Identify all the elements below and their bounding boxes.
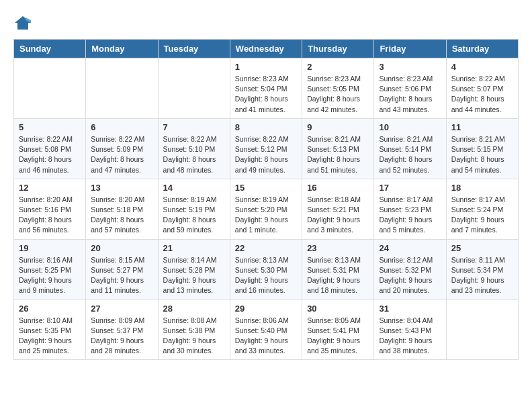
calendar-cell: 29Sunrise: 8:06 AM Sunset: 5:40 PM Dayli… [230, 300, 302, 360]
calendar-cell [158, 58, 230, 119]
calendar-cell: 6Sunrise: 8:22 AM Sunset: 5:09 PM Daylig… [86, 118, 158, 179]
day-number: 1 [235, 62, 297, 72]
calendar-cell: 28Sunrise: 8:08 AM Sunset: 5:38 PM Dayli… [158, 300, 230, 360]
day-info: Sunrise: 8:12 AM Sunset: 5:32 PM Dayligh… [379, 255, 441, 296]
day-number: 25 [451, 243, 513, 253]
calendar-week-row: 19Sunrise: 8:16 AM Sunset: 5:25 PM Dayli… [14, 239, 519, 300]
day-number: 2 [307, 62, 369, 72]
day-number: 26 [19, 304, 81, 314]
weekday-header-sunday: Sunday [14, 40, 86, 58]
day-info: Sunrise: 8:17 AM Sunset: 5:24 PM Dayligh… [451, 195, 513, 236]
calendar-cell: 2Sunrise: 8:23 AM Sunset: 5:05 PM Daylig… [302, 58, 374, 119]
day-info: Sunrise: 8:23 AM Sunset: 5:04 PM Dayligh… [235, 74, 297, 115]
calendar-cell: 14Sunrise: 8:19 AM Sunset: 5:19 PM Dayli… [158, 179, 230, 239]
day-number: 14 [163, 183, 225, 193]
calendar-cell: 3Sunrise: 8:23 AM Sunset: 5:06 PM Daylig… [374, 58, 446, 119]
day-info: Sunrise: 8:20 AM Sunset: 5:16 PM Dayligh… [19, 195, 81, 236]
day-number: 27 [91, 304, 152, 314]
day-number: 16 [307, 183, 369, 193]
day-number: 7 [163, 122, 225, 132]
day-info: Sunrise: 8:09 AM Sunset: 5:37 PM Dayligh… [91, 316, 152, 357]
day-info: Sunrise: 8:05 AM Sunset: 5:41 PM Dayligh… [307, 316, 369, 357]
calendar-cell: 5Sunrise: 8:22 AM Sunset: 5:08 PM Daylig… [14, 118, 86, 179]
calendar-cell: 24Sunrise: 8:12 AM Sunset: 5:32 PM Dayli… [374, 239, 446, 300]
calendar-cell: 20Sunrise: 8:15 AM Sunset: 5:27 PM Dayli… [86, 239, 158, 300]
day-info: Sunrise: 8:08 AM Sunset: 5:38 PM Dayligh… [163, 316, 225, 357]
day-number: 4 [451, 62, 513, 72]
calendar-cell: 18Sunrise: 8:17 AM Sunset: 5:24 PM Dayli… [446, 179, 518, 239]
day-number: 19 [19, 243, 81, 253]
day-number: 3 [379, 62, 441, 72]
calendar-cell: 17Sunrise: 8:17 AM Sunset: 5:23 PM Dayli… [374, 179, 446, 239]
day-info: Sunrise: 8:11 AM Sunset: 5:34 PM Dayligh… [451, 255, 513, 296]
day-number: 29 [235, 304, 297, 314]
calendar-week-row: 12Sunrise: 8:20 AM Sunset: 5:16 PM Dayli… [14, 179, 519, 239]
day-number: 22 [235, 243, 297, 253]
calendar-cell: 15Sunrise: 8:19 AM Sunset: 5:20 PM Dayli… [230, 179, 302, 239]
calendar-cell [86, 58, 158, 119]
logo-icon [13, 13, 32, 32]
day-info: Sunrise: 8:15 AM Sunset: 5:27 PM Dayligh… [91, 255, 152, 296]
day-info: Sunrise: 8:14 AM Sunset: 5:28 PM Dayligh… [163, 255, 225, 296]
weekday-header-saturday: Saturday [446, 40, 518, 58]
day-number: 17 [379, 183, 441, 193]
day-number: 24 [379, 243, 441, 253]
day-number: 15 [235, 183, 297, 193]
day-info: Sunrise: 8:22 AM Sunset: 5:09 PM Dayligh… [91, 134, 152, 175]
weekday-header-thursday: Thursday [302, 40, 374, 58]
calendar-header-row: SundayMondayTuesdayWednesdayThursdayFrid… [14, 40, 519, 58]
page-header [13, 13, 519, 32]
day-info: Sunrise: 8:19 AM Sunset: 5:20 PM Dayligh… [235, 195, 297, 236]
day-number: 13 [91, 183, 152, 193]
calendar-week-row: 26Sunrise: 8:10 AM Sunset: 5:35 PM Dayli… [14, 300, 519, 360]
day-info: Sunrise: 8:21 AM Sunset: 5:15 PM Dayligh… [451, 134, 513, 175]
calendar-week-row: 5Sunrise: 8:22 AM Sunset: 5:08 PM Daylig… [14, 118, 519, 179]
day-info: Sunrise: 8:21 AM Sunset: 5:14 PM Dayligh… [379, 134, 441, 175]
calendar-cell: 21Sunrise: 8:14 AM Sunset: 5:28 PM Dayli… [158, 239, 230, 300]
day-info: Sunrise: 8:06 AM Sunset: 5:40 PM Dayligh… [235, 316, 297, 357]
calendar-cell: 11Sunrise: 8:21 AM Sunset: 5:15 PM Dayli… [446, 118, 518, 179]
day-number: 30 [307, 304, 369, 314]
day-number: 8 [235, 122, 297, 132]
calendar-cell: 12Sunrise: 8:20 AM Sunset: 5:16 PM Dayli… [14, 179, 86, 239]
day-info: Sunrise: 8:18 AM Sunset: 5:21 PM Dayligh… [307, 195, 369, 236]
calendar-cell: 23Sunrise: 8:13 AM Sunset: 5:31 PM Dayli… [302, 239, 374, 300]
day-number: 28 [163, 304, 225, 314]
day-info: Sunrise: 8:23 AM Sunset: 5:05 PM Dayligh… [307, 74, 369, 115]
calendar-cell: 7Sunrise: 8:22 AM Sunset: 5:10 PM Daylig… [158, 118, 230, 179]
weekday-header-tuesday: Tuesday [158, 40, 230, 58]
day-info: Sunrise: 8:23 AM Sunset: 5:06 PM Dayligh… [379, 74, 441, 115]
day-info: Sunrise: 8:22 AM Sunset: 5:12 PM Dayligh… [235, 134, 297, 175]
calendar-cell [446, 300, 518, 360]
weekday-header-friday: Friday [374, 40, 446, 58]
day-info: Sunrise: 8:16 AM Sunset: 5:25 PM Dayligh… [19, 255, 81, 296]
day-number: 10 [379, 122, 441, 132]
day-number: 12 [19, 183, 81, 193]
day-number: 21 [163, 243, 225, 253]
weekday-header-wednesday: Wednesday [230, 40, 302, 58]
day-number: 31 [379, 304, 441, 314]
day-info: Sunrise: 8:13 AM Sunset: 5:30 PM Dayligh… [235, 255, 297, 296]
day-info: Sunrise: 8:22 AM Sunset: 5:08 PM Dayligh… [19, 134, 81, 175]
day-number: 23 [307, 243, 369, 253]
logo [13, 13, 35, 32]
calendar-table: SundayMondayTuesdayWednesdayThursdayFrid… [13, 39, 519, 360]
calendar-cell: 19Sunrise: 8:16 AM Sunset: 5:25 PM Dayli… [14, 239, 86, 300]
day-number: 20 [91, 243, 152, 253]
calendar-cell: 1Sunrise: 8:23 AM Sunset: 5:04 PM Daylig… [230, 58, 302, 119]
day-info: Sunrise: 8:21 AM Sunset: 5:13 PM Dayligh… [307, 134, 369, 175]
calendar-cell: 25Sunrise: 8:11 AM Sunset: 5:34 PM Dayli… [446, 239, 518, 300]
calendar-cell: 10Sunrise: 8:21 AM Sunset: 5:14 PM Dayli… [374, 118, 446, 179]
day-number: 18 [451, 183, 513, 193]
day-number: 6 [91, 122, 152, 132]
calendar-cell: 8Sunrise: 8:22 AM Sunset: 5:12 PM Daylig… [230, 118, 302, 179]
calendar-cell: 13Sunrise: 8:20 AM Sunset: 5:18 PM Dayli… [86, 179, 158, 239]
calendar-cell: 9Sunrise: 8:21 AM Sunset: 5:13 PM Daylig… [302, 118, 374, 179]
calendar-cell: 26Sunrise: 8:10 AM Sunset: 5:35 PM Dayli… [14, 300, 86, 360]
day-number: 9 [307, 122, 369, 132]
day-number: 5 [19, 122, 81, 132]
day-info: Sunrise: 8:10 AM Sunset: 5:35 PM Dayligh… [19, 316, 81, 357]
day-info: Sunrise: 8:19 AM Sunset: 5:19 PM Dayligh… [163, 195, 225, 236]
day-number: 11 [451, 122, 513, 132]
calendar-cell: 4Sunrise: 8:22 AM Sunset: 5:07 PM Daylig… [446, 58, 518, 119]
